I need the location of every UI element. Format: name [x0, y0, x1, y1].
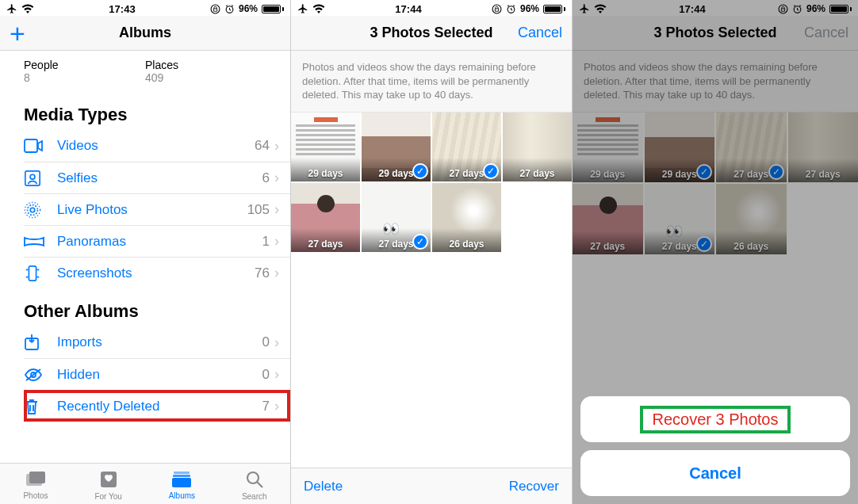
days-remaining-badge: 29 days	[294, 168, 357, 179]
recover-button[interactable]: Recover	[509, 479, 559, 494]
album-row-label: Panoramas	[57, 234, 262, 250]
svg-point-4	[30, 174, 35, 179]
other-albums-list: Imports0›Hidden0›Recently Deleted7›	[24, 326, 290, 422]
wifi-icon	[312, 4, 325, 13]
svg-rect-13	[29, 472, 45, 483]
albums-scroll[interactable]: People 8 Places 409 Media Types Videos64…	[0, 51, 290, 463]
pano-icon	[24, 235, 57, 248]
album-row-label: Videos	[57, 138, 255, 154]
live-icon	[24, 201, 57, 219]
stat-value: 409	[145, 71, 266, 84]
stat-label: Places	[145, 59, 266, 71]
wifi-icon	[21, 4, 34, 13]
rotation-lock-icon	[492, 4, 502, 14]
stat-label: People	[24, 59, 145, 71]
airplane-mode-icon	[6, 3, 17, 14]
album-row-count: 76	[255, 265, 270, 281]
recover-photos-button[interactable]: Recover 3 Photos	[580, 396, 850, 442]
svg-line-19	[257, 482, 262, 487]
days-remaining-badge: 27 days	[294, 239, 357, 250]
album-row-label: Recently Deleted	[57, 399, 262, 414]
photos-tab-icon	[25, 471, 46, 490]
chevron-right-icon: ›	[274, 366, 279, 383]
add-album-button[interactable]: +	[10, 20, 25, 47]
alarm-icon	[224, 4, 235, 14]
deleted-icon	[24, 398, 57, 415]
days-remaining-badge: 26 days	[435, 239, 498, 250]
album-row-count: 1	[262, 234, 270, 250]
rotation-lock-icon	[210, 4, 220, 14]
section-header-other-albums: Other Albums	[0, 288, 290, 326]
tab-photos[interactable]: Photos	[23, 471, 48, 500]
tab-label: For You	[94, 492, 121, 501]
nav-title: Albums	[119, 25, 171, 41]
album-row-selfies[interactable]: Selfies6›	[24, 162, 290, 193]
days-remaining-badge: 27 days	[506, 168, 569, 179]
album-row-count: 6	[262, 170, 270, 186]
places-album[interactable]: Places 409	[145, 59, 266, 84]
album-row-imports[interactable]: Imports0›	[24, 326, 290, 358]
tab-search[interactable]: Search	[242, 470, 267, 501]
svg-rect-2	[25, 139, 37, 152]
people-album[interactable]: People 8	[24, 59, 145, 84]
foryou-tab-icon	[99, 470, 118, 491]
tab-bar: PhotosFor YouAlbumsSearch	[0, 463, 290, 504]
photo-grid: 29 days29 days✓27 days✓27 days27 days👀27…	[291, 113, 572, 252]
svg-rect-17	[172, 478, 191, 487]
album-row-videos[interactable]: Videos64›	[24, 130, 290, 162]
album-row-hidden[interactable]: Hidden0›	[24, 358, 290, 390]
album-row-deleted[interactable]: Recently Deleted7›	[24, 390, 290, 422]
photo-thumb[interactable]: 26 days	[432, 183, 501, 252]
album-row-live[interactable]: Live Photos105›	[24, 193, 290, 225]
deletion-note: Photos and videos show the days remainin…	[291, 51, 572, 113]
battery-icon	[543, 5, 565, 13]
recover-action-sheet-screen: 17:44 96% 3 Photos Selected Cancel Photo…	[573, 0, 858, 504]
album-row-count: 7	[262, 399, 270, 414]
tab-foryou[interactable]: For You	[94, 470, 121, 501]
album-row-count: 0	[262, 334, 270, 350]
svg-rect-15	[174, 472, 190, 474]
photo-thumb[interactable]: 29 days	[291, 113, 360, 181]
clock: 17:44	[395, 3, 421, 15]
stat-value: 8	[24, 71, 145, 84]
photo-thumb[interactable]: 27 days✓	[432, 113, 501, 181]
chevron-right-icon: ›	[274, 170, 279, 186]
cancel-button[interactable]: Cancel	[518, 25, 562, 41]
nav-bar: + Albums	[0, 16, 290, 51]
search-tab-icon	[245, 470, 264, 491]
album-row-count: 105	[247, 202, 270, 218]
airplane-mode-icon	[297, 3, 308, 14]
tab-albums[interactable]: Albums	[169, 471, 195, 500]
svg-rect-16	[173, 475, 190, 477]
delete-button[interactable]: Delete	[304, 479, 343, 494]
select-toolbar: Delete Recover	[291, 468, 572, 504]
selected-check-icon: ✓	[483, 163, 499, 179]
action-sheet-cancel-button[interactable]: Cancel	[580, 450, 850, 496]
albums-screen: 17:43 96% + Albums People 8 Places 409 M…	[0, 0, 291, 504]
chevron-right-icon: ›	[274, 201, 279, 218]
media-types-list: Videos64›Selfies6›Live Photos105›Panoram…	[24, 130, 290, 288]
selected-check-icon: ✓	[412, 163, 428, 179]
section-header-media-types: Media Types	[0, 92, 290, 130]
photo-thumb[interactable]: 29 days✓	[362, 113, 431, 181]
photo-thumb[interactable]: 27 days	[503, 113, 572, 181]
album-row-label: Hidden	[57, 367, 262, 383]
svg-point-18	[247, 472, 259, 483]
album-row-pano[interactable]: Panoramas1›	[24, 225, 290, 257]
chevron-right-icon: ›	[274, 265, 279, 281]
clock: 17:43	[109, 3, 135, 15]
albums-tab-icon	[171, 471, 192, 490]
album-row-label: Imports	[57, 334, 262, 350]
tab-label: Search	[242, 492, 267, 501]
selected-check-icon: ✓	[412, 234, 428, 250]
battery-icon	[262, 5, 284, 13]
hidden-icon	[24, 368, 57, 382]
tab-label: Albums	[169, 491, 195, 500]
svg-point-0	[211, 5, 220, 13]
photo-thumb[interactable]: 👀27 days✓	[362, 183, 431, 252]
album-row-screens[interactable]: Screenshots76›	[24, 257, 290, 288]
action-sheet: Recover 3 Photos Cancel	[580, 396, 850, 496]
photo-thumb[interactable]: 27 days	[291, 183, 360, 252]
chevron-right-icon: ›	[274, 334, 279, 351]
recently-deleted-select-screen: 17:44 96% 3 Photos Selected Cancel Photo…	[291, 0, 573, 504]
